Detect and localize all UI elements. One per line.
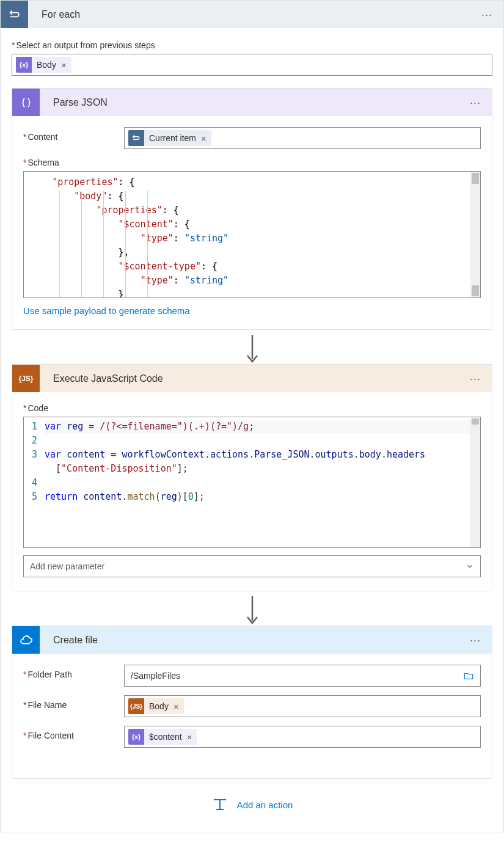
more-icon[interactable]: ··· <box>481 8 492 21</box>
content-field[interactable]: Current item × <box>124 127 481 149</box>
parse-json-header[interactable]: Parse JSON ··· <box>12 89 492 116</box>
close-icon[interactable]: × <box>173 701 184 712</box>
js-icon: {JS} <box>128 698 144 714</box>
add-parameter-dropdown[interactable]: Add new parameter <box>23 555 481 577</box>
file-name-label: *File Name <box>23 695 124 710</box>
json-icon <box>12 89 40 116</box>
chevron-down-icon <box>466 562 474 571</box>
expression-icon: {x} <box>128 729 144 745</box>
code-editor[interactable]: 12345 var reg = /(?<=filename=")(.+)(?="… <box>23 417 481 548</box>
create-file-title: Create file <box>40 635 98 646</box>
more-icon[interactable]: ··· <box>470 96 481 109</box>
folder-path-label: *Folder Path <box>23 665 124 679</box>
close-icon[interactable]: × <box>187 732 197 742</box>
close-icon[interactable]: × <box>201 133 211 144</box>
body-token[interactable]: {x} Body × <box>16 57 71 73</box>
js-icon: {JS} <box>12 365 40 392</box>
current-item-token[interactable]: Current item × <box>128 130 211 146</box>
parse-json-card: Parse JSON ··· *Content <box>12 88 492 330</box>
loop-icon <box>1 1 28 28</box>
folder-path-input[interactable]: /SampleFiles <box>124 665 481 687</box>
create-file-header[interactable]: Create file ··· <box>12 626 492 654</box>
content-token[interactable]: {x} $content × <box>128 729 197 745</box>
schema-editor[interactable]: "properties": { "body": { "properties": … <box>23 171 481 298</box>
gutter: 12345 <box>24 417 41 547</box>
cloud-icon <box>12 626 40 654</box>
folder-icon[interactable] <box>463 670 474 681</box>
connector-arrow <box>12 591 492 626</box>
content-label: *Content <box>23 127 124 142</box>
execute-js-title: Execute JavaScript Code <box>40 373 163 384</box>
expression-icon: {x} <box>16 57 32 73</box>
create-file-card: Create file ··· *Folder Path /SampleFile… <box>12 626 492 779</box>
file-name-field[interactable]: {JS} Body × <box>124 695 481 717</box>
scrollbar[interactable] <box>470 417 480 547</box>
more-icon[interactable]: ··· <box>470 372 481 385</box>
foreach-body: *Select an output from previous steps {x… <box>1 28 503 833</box>
add-action-button[interactable]: Add an action <box>12 779 492 819</box>
sample-payload-link[interactable]: Use sample payload to generate schema <box>23 305 190 316</box>
more-icon[interactable]: ··· <box>470 634 481 646</box>
body-token[interactable]: {JS} Body × <box>128 698 184 714</box>
code-label: *Code <box>23 403 481 413</box>
output-field[interactable]: {x} Body × <box>12 54 492 76</box>
file-content-label: *File Content <box>23 726 124 740</box>
close-icon[interactable]: × <box>61 60 71 70</box>
connector-arrow <box>12 330 492 364</box>
foreach-header[interactable]: For each ··· <box>1 1 503 28</box>
loop-icon <box>128 130 144 146</box>
parse-json-title: Parse JSON <box>40 97 108 108</box>
foreach-container: For each ··· *Select an output from prev… <box>0 0 504 833</box>
foreach-title: For each <box>28 9 80 20</box>
file-content-field[interactable]: {x} $content × <box>124 726 481 748</box>
scrollbar[interactable] <box>470 172 480 298</box>
output-label: *Select an output from previous steps <box>12 40 492 50</box>
schema-label: *Schema <box>23 158 481 167</box>
execute-js-card: {JS} Execute JavaScript Code ··· *Code 1… <box>12 364 492 591</box>
execute-js-header[interactable]: {JS} Execute JavaScript Code ··· <box>12 365 492 392</box>
